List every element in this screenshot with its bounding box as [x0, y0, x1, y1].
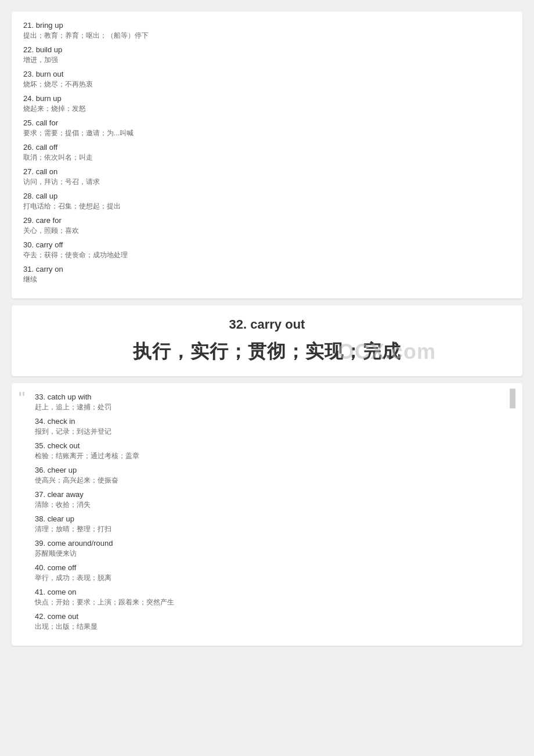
entry-phrase: 31. carry on	[23, 265, 511, 273]
list-item: 39. come around/round苏醒顺便来访	[35, 539, 499, 559]
list-item: 36. cheer up使高兴；高兴起来；使振奋	[35, 466, 499, 485]
entry-phrase: 29. care for	[23, 216, 511, 225]
entry-phrase: 40. come off	[35, 563, 499, 572]
list-item: 30. carry off夺去；获得；使丧命；成功地处理	[23, 240, 511, 260]
entry-meaning: 取消；依次叫名；叫走	[23, 153, 511, 163]
list-item: 24. burn up烧起来；烧掉；发怒	[23, 94, 511, 114]
entry-meaning: 使高兴；高兴起来；使振奋	[35, 476, 499, 485]
entry-meaning: 继续	[23, 275, 511, 285]
list-item: 34. check in报到，记录；到达并登记	[35, 417, 499, 437]
list-item: 31. carry on继续	[23, 265, 511, 285]
entry-meaning: 烧坏；烧尽；不再热衷	[23, 80, 511, 89]
entry-meaning: 提出；教育；养育；呕出；（船等）停下	[23, 31, 511, 41]
highlight-meaning: 执行，实行；贯彻；实现；完成 OCX.com	[29, 339, 505, 365]
list-item: 26. call off取消；依次叫名；叫走	[23, 143, 511, 163]
entry-phrase: 39. come around/round	[35, 539, 499, 548]
highlight-title: 32. carry out	[29, 317, 505, 332]
page-container: 21. bring up提出；教育；养育；呕出；（船等）停下22. build …	[12, 12, 522, 756]
entry-phrase: 21. bring up	[23, 21, 511, 30]
list-item: 42. come out出现；出版；结果显	[35, 612, 499, 632]
entry-phrase: 41. come on	[35, 588, 499, 596]
highlight-meaning-text: 执行，实行；贯彻；实现；完成 OCX.com	[133, 339, 401, 365]
list-item: 27. call on访问，拜访；号召，请求	[23, 167, 511, 187]
entry-meaning: 出现；出版；结果显	[35, 622, 499, 632]
entry-meaning: 增进，加强	[23, 55, 511, 65]
list-item: 35. check out检验；结账离开；通过考核；盖章	[35, 441, 499, 461]
quote-end-icon: ▐	[504, 389, 515, 408]
entry-phrase: 26. call off	[23, 143, 511, 152]
list-item: 22. build up增进，加强	[23, 45, 511, 65]
entry-meaning: 清除；收拾；消失	[35, 500, 499, 510]
list-item: 41. come on快点；开始；要求；上演；跟着来；突然产生	[35, 588, 499, 607]
entry-phrase: 27. call on	[23, 167, 511, 176]
top-entries-list: 21. bring up提出；教育；养育；呕出；（船等）停下22. build …	[23, 21, 511, 285]
bottom-entries-list: 33. catch up with赶上，追上；逮捕；处罚34. check in…	[35, 393, 499, 632]
list-item: 28. call up打电话给；召集；使想起；提出	[23, 192, 511, 211]
list-item: 29. care for关心，照顾；喜欢	[23, 216, 511, 236]
entry-meaning: 赶上，追上；逮捕；处罚	[35, 402, 499, 412]
entry-phrase: 30. carry off	[23, 240, 511, 249]
entry-meaning: 举行，成功；表现；脱离	[35, 573, 499, 583]
list-item: 37. clear away清除；收拾；消失	[35, 490, 499, 510]
entry-meaning: 烧起来；烧掉；发怒	[23, 104, 511, 114]
entry-phrase: 22. build up	[23, 45, 511, 54]
entry-meaning: 夺去；获得；使丧命；成功地处理	[23, 250, 511, 260]
entry-meaning: 快点；开始；要求；上演；跟着来；突然产生	[35, 597, 499, 607]
entry-phrase: 23. burn out	[23, 70, 511, 78]
list-item: 21. bring up提出；教育；养育；呕出；（船等）停下	[23, 21, 511, 41]
entry-phrase: 36. cheer up	[35, 466, 499, 474]
list-item: 25. call for要求；需要；提倡；邀请；为...叫喊	[23, 118, 511, 138]
entry-meaning: 报到，记录；到达并登记	[35, 427, 499, 437]
entry-phrase: 35. check out	[35, 441, 499, 450]
entry-meaning: 打电话给；召集；使想起；提出	[23, 201, 511, 211]
meaning-text: 执行，实行；贯彻；实现；完成	[133, 341, 401, 362]
quote-mark-icon: "	[19, 389, 25, 408]
entry-phrase: 28. call up	[23, 192, 511, 200]
entry-meaning: 清理；放晴；整理；打扫	[35, 524, 499, 534]
entry-meaning: 苏醒顺便来访	[35, 549, 499, 559]
entry-meaning: 要求；需要；提倡；邀请；为...叫喊	[23, 128, 511, 138]
highlight-card: 32. carry out 执行，实行；贯彻；实现；完成 OCX.com	[12, 305, 522, 376]
entry-phrase: 42. come out	[35, 612, 499, 621]
list-item: 33. catch up with赶上，追上；逮捕；处罚	[35, 393, 499, 412]
entry-phrase: 25. call for	[23, 118, 511, 127]
entry-phrase: 33. catch up with	[35, 393, 499, 401]
entry-meaning: 关心，照顾；喜欢	[23, 226, 511, 236]
entry-phrase: 37. clear away	[35, 490, 499, 499]
list-item: 40. come off举行，成功；表现；脱离	[35, 563, 499, 583]
entry-meaning: 检验；结账离开；通过考核；盖章	[35, 451, 499, 461]
bottom-entries-card: " ▐ 33. catch up with赶上，追上；逮捕；处罚34. chec…	[12, 383, 522, 646]
list-item: 23. burn out烧坏；烧尽；不再热衷	[23, 70, 511, 89]
list-item: 38. clear up清理；放晴；整理；打扫	[35, 514, 499, 534]
entry-meaning: 访问，拜访；号召，请求	[23, 177, 511, 187]
top-entries-card: 21. bring up提出；教育；养育；呕出；（船等）停下22. build …	[12, 12, 522, 298]
entry-phrase: 34. check in	[35, 417, 499, 426]
entry-phrase: 24. burn up	[23, 94, 511, 103]
entry-phrase: 38. clear up	[35, 514, 499, 523]
